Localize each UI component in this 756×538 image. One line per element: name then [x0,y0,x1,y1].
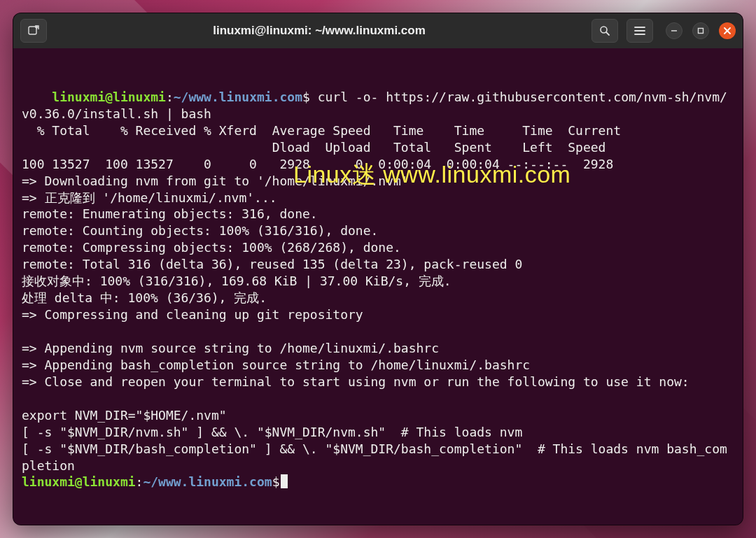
maximize-icon [697,27,704,34]
new-tab-icon [27,24,40,37]
output-line: % Total % Received % Xferd Average Speed… [22,123,621,138]
output-line: remote: Total 316 (delta 36), reused 135… [22,257,522,271]
prompt-user-host: linuxmi@linuxmi [52,90,166,104]
output-line: => Downloading nvm from git to '/home/li… [22,174,409,188]
output-line: remote: Enumerating objects: 316, done. [22,206,318,221]
prompt-end: $ [272,474,280,489]
prompt-sep: : [136,474,144,489]
prompt-path: ~/www.linuxmi.com [174,90,302,104]
terminal-content[interactable]: Linux迷 www.linuxmi.com linuxmi@linuxmi:~… [13,48,743,525]
output-line: 100 13527 100 13527 0 0 2928 0 0:00:04 0… [22,157,613,171]
search-button[interactable] [592,19,618,43]
output-line: 接收对象中: 100% (316/316), 169.68 KiB | 37.0… [22,274,451,288]
output-line: => 正克隆到 '/home/linuxmi/.nvm'... [22,190,277,205]
output-line: => Close and reopen your terminal to sta… [22,374,690,389]
prompt-sep: : [166,90,174,104]
prompt-path: ~/www.linuxmi.com [143,474,272,489]
hamburger-icon [634,26,645,36]
window-controls [662,22,736,39]
output-line: [ -s "$NVM_DIR/nvm.sh" ] && \. "$NVM_DIR… [22,425,522,439]
svg-rect-9 [699,29,704,34]
prompt-user-host: linuxmi@linuxmi [22,474,136,489]
output-line: => Appending nvm source string to /home/… [22,341,439,355]
terminal-window: linuxmi@linuxmi: ~/www.linuxmi.com [13,13,743,525]
output-line: => Appending bash_completion source stri… [22,358,530,372]
new-tab-button[interactable] [20,19,47,43]
output-line: remote: Compressing objects: 100% (268/2… [22,240,401,255]
output-line: 处理 delta 中: 100% (36/36), 完成. [22,290,267,305]
cursor [281,474,288,488]
output-line: => Compressing and cleaning up git repos… [22,307,363,322]
minimize-button[interactable] [666,22,682,39]
output-line: [ -s "$NVM_DIR/bash_completion" ] && \. … [22,441,727,473]
output-line: Dload Upload Total Spent Left Speed [22,140,606,155]
menu-button[interactable] [626,19,653,43]
output-line: remote: Counting objects: 100% (316/316)… [22,223,378,238]
search-icon [599,25,610,36]
close-icon [724,27,731,34]
output-line: export NVM_DIR="$HOME/.nvm" [22,408,227,423]
minimize-icon [671,27,678,34]
titlebar: linuxmi@linuxmi: ~/www.linuxmi.com [13,13,743,48]
close-button[interactable] [719,22,736,39]
maximize-button[interactable] [692,22,709,39]
window-title: linuxmi@linuxmi: ~/www.linuxmi.com [55,24,583,38]
svg-line-4 [606,32,609,35]
prompt-end: $ [302,90,310,104]
